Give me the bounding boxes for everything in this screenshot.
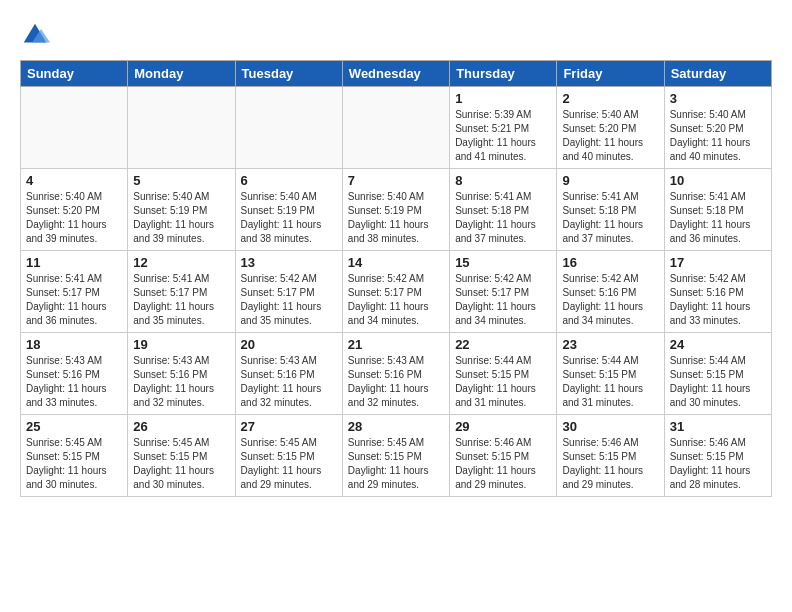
- calendar-cell: 30Sunrise: 5:46 AM Sunset: 5:15 PM Dayli…: [557, 415, 664, 497]
- day-number: 9: [562, 173, 658, 188]
- day-number: 31: [670, 419, 766, 434]
- logo: [20, 20, 52, 50]
- calendar-cell: 31Sunrise: 5:46 AM Sunset: 5:15 PM Dayli…: [664, 415, 771, 497]
- day-number: 23: [562, 337, 658, 352]
- day-info: Sunrise: 5:41 AM Sunset: 5:18 PM Dayligh…: [670, 190, 766, 246]
- calendar-cell: 9Sunrise: 5:41 AM Sunset: 5:18 PM Daylig…: [557, 169, 664, 251]
- calendar-cell: 22Sunrise: 5:44 AM Sunset: 5:15 PM Dayli…: [450, 333, 557, 415]
- calendar-week-row: 25Sunrise: 5:45 AM Sunset: 5:15 PM Dayli…: [21, 415, 772, 497]
- calendar-cell: 20Sunrise: 5:43 AM Sunset: 5:16 PM Dayli…: [235, 333, 342, 415]
- calendar-cell: 10Sunrise: 5:41 AM Sunset: 5:18 PM Dayli…: [664, 169, 771, 251]
- day-number: 1: [455, 91, 551, 106]
- page-header: [20, 20, 772, 50]
- day-number: 11: [26, 255, 122, 270]
- day-info: Sunrise: 5:39 AM Sunset: 5:21 PM Dayligh…: [455, 108, 551, 164]
- calendar-day-header: Monday: [128, 61, 235, 87]
- day-number: 7: [348, 173, 444, 188]
- calendar-cell: 23Sunrise: 5:44 AM Sunset: 5:15 PM Dayli…: [557, 333, 664, 415]
- day-number: 15: [455, 255, 551, 270]
- day-number: 26: [133, 419, 229, 434]
- day-info: Sunrise: 5:42 AM Sunset: 5:16 PM Dayligh…: [670, 272, 766, 328]
- day-info: Sunrise: 5:41 AM Sunset: 5:18 PM Dayligh…: [562, 190, 658, 246]
- day-info: Sunrise: 5:42 AM Sunset: 5:17 PM Dayligh…: [455, 272, 551, 328]
- day-number: 3: [670, 91, 766, 106]
- day-info: Sunrise: 5:41 AM Sunset: 5:18 PM Dayligh…: [455, 190, 551, 246]
- day-number: 27: [241, 419, 337, 434]
- calendar-day-header: Tuesday: [235, 61, 342, 87]
- day-info: Sunrise: 5:45 AM Sunset: 5:15 PM Dayligh…: [348, 436, 444, 492]
- day-number: 25: [26, 419, 122, 434]
- day-info: Sunrise: 5:46 AM Sunset: 5:15 PM Dayligh…: [670, 436, 766, 492]
- day-info: Sunrise: 5:40 AM Sunset: 5:19 PM Dayligh…: [241, 190, 337, 246]
- day-number: 29: [455, 419, 551, 434]
- day-info: Sunrise: 5:44 AM Sunset: 5:15 PM Dayligh…: [562, 354, 658, 410]
- day-info: Sunrise: 5:40 AM Sunset: 5:19 PM Dayligh…: [348, 190, 444, 246]
- day-info: Sunrise: 5:46 AM Sunset: 5:15 PM Dayligh…: [562, 436, 658, 492]
- calendar-cell: 14Sunrise: 5:42 AM Sunset: 5:17 PM Dayli…: [342, 251, 449, 333]
- day-info: Sunrise: 5:41 AM Sunset: 5:17 PM Dayligh…: [26, 272, 122, 328]
- day-number: 12: [133, 255, 229, 270]
- day-number: 2: [562, 91, 658, 106]
- day-info: Sunrise: 5:42 AM Sunset: 5:16 PM Dayligh…: [562, 272, 658, 328]
- calendar-week-row: 4Sunrise: 5:40 AM Sunset: 5:20 PM Daylig…: [21, 169, 772, 251]
- calendar-week-row: 11Sunrise: 5:41 AM Sunset: 5:17 PM Dayli…: [21, 251, 772, 333]
- day-number: 28: [348, 419, 444, 434]
- calendar-cell: 28Sunrise: 5:45 AM Sunset: 5:15 PM Dayli…: [342, 415, 449, 497]
- day-number: 16: [562, 255, 658, 270]
- day-number: 21: [348, 337, 444, 352]
- day-info: Sunrise: 5:46 AM Sunset: 5:15 PM Dayligh…: [455, 436, 551, 492]
- calendar-cell: 17Sunrise: 5:42 AM Sunset: 5:16 PM Dayli…: [664, 251, 771, 333]
- day-number: 13: [241, 255, 337, 270]
- day-number: 22: [455, 337, 551, 352]
- day-number: 4: [26, 173, 122, 188]
- calendar-cell: 3Sunrise: 5:40 AM Sunset: 5:20 PM Daylig…: [664, 87, 771, 169]
- day-number: 24: [670, 337, 766, 352]
- day-number: 30: [562, 419, 658, 434]
- day-info: Sunrise: 5:41 AM Sunset: 5:17 PM Dayligh…: [133, 272, 229, 328]
- logo-icon: [20, 20, 50, 50]
- calendar-cell: 2Sunrise: 5:40 AM Sunset: 5:20 PM Daylig…: [557, 87, 664, 169]
- day-number: 8: [455, 173, 551, 188]
- calendar-cell: 27Sunrise: 5:45 AM Sunset: 5:15 PM Dayli…: [235, 415, 342, 497]
- day-number: 10: [670, 173, 766, 188]
- day-info: Sunrise: 5:40 AM Sunset: 5:20 PM Dayligh…: [670, 108, 766, 164]
- calendar-cell: 21Sunrise: 5:43 AM Sunset: 5:16 PM Dayli…: [342, 333, 449, 415]
- day-info: Sunrise: 5:43 AM Sunset: 5:16 PM Dayligh…: [241, 354, 337, 410]
- calendar-day-header: Sunday: [21, 61, 128, 87]
- calendar-cell: 16Sunrise: 5:42 AM Sunset: 5:16 PM Dayli…: [557, 251, 664, 333]
- calendar-cell: [342, 87, 449, 169]
- day-info: Sunrise: 5:40 AM Sunset: 5:20 PM Dayligh…: [26, 190, 122, 246]
- calendar-cell: 5Sunrise: 5:40 AM Sunset: 5:19 PM Daylig…: [128, 169, 235, 251]
- calendar-day-header: Wednesday: [342, 61, 449, 87]
- calendar-cell: 18Sunrise: 5:43 AM Sunset: 5:16 PM Dayli…: [21, 333, 128, 415]
- calendar-cell: 13Sunrise: 5:42 AM Sunset: 5:17 PM Dayli…: [235, 251, 342, 333]
- calendar-cell: 29Sunrise: 5:46 AM Sunset: 5:15 PM Dayli…: [450, 415, 557, 497]
- day-number: 5: [133, 173, 229, 188]
- day-info: Sunrise: 5:45 AM Sunset: 5:15 PM Dayligh…: [241, 436, 337, 492]
- calendar-cell: 24Sunrise: 5:44 AM Sunset: 5:15 PM Dayli…: [664, 333, 771, 415]
- day-number: 20: [241, 337, 337, 352]
- calendar-cell: 25Sunrise: 5:45 AM Sunset: 5:15 PM Dayli…: [21, 415, 128, 497]
- calendar-cell: 19Sunrise: 5:43 AM Sunset: 5:16 PM Dayli…: [128, 333, 235, 415]
- calendar-day-header: Saturday: [664, 61, 771, 87]
- calendar-cell: [235, 87, 342, 169]
- day-info: Sunrise: 5:43 AM Sunset: 5:16 PM Dayligh…: [133, 354, 229, 410]
- calendar-header-row: SundayMondayTuesdayWednesdayThursdayFrid…: [21, 61, 772, 87]
- day-number: 18: [26, 337, 122, 352]
- day-number: 14: [348, 255, 444, 270]
- calendar-cell: 4Sunrise: 5:40 AM Sunset: 5:20 PM Daylig…: [21, 169, 128, 251]
- day-number: 17: [670, 255, 766, 270]
- day-info: Sunrise: 5:44 AM Sunset: 5:15 PM Dayligh…: [670, 354, 766, 410]
- calendar-cell: 1Sunrise: 5:39 AM Sunset: 5:21 PM Daylig…: [450, 87, 557, 169]
- day-info: Sunrise: 5:40 AM Sunset: 5:20 PM Dayligh…: [562, 108, 658, 164]
- calendar-cell: [21, 87, 128, 169]
- day-number: 19: [133, 337, 229, 352]
- day-info: Sunrise: 5:40 AM Sunset: 5:19 PM Dayligh…: [133, 190, 229, 246]
- day-number: 6: [241, 173, 337, 188]
- day-info: Sunrise: 5:45 AM Sunset: 5:15 PM Dayligh…: [26, 436, 122, 492]
- calendar-cell: 26Sunrise: 5:45 AM Sunset: 5:15 PM Dayli…: [128, 415, 235, 497]
- calendar-cell: 8Sunrise: 5:41 AM Sunset: 5:18 PM Daylig…: [450, 169, 557, 251]
- calendar-cell: 12Sunrise: 5:41 AM Sunset: 5:17 PM Dayli…: [128, 251, 235, 333]
- calendar-day-header: Friday: [557, 61, 664, 87]
- calendar-cell: 7Sunrise: 5:40 AM Sunset: 5:19 PM Daylig…: [342, 169, 449, 251]
